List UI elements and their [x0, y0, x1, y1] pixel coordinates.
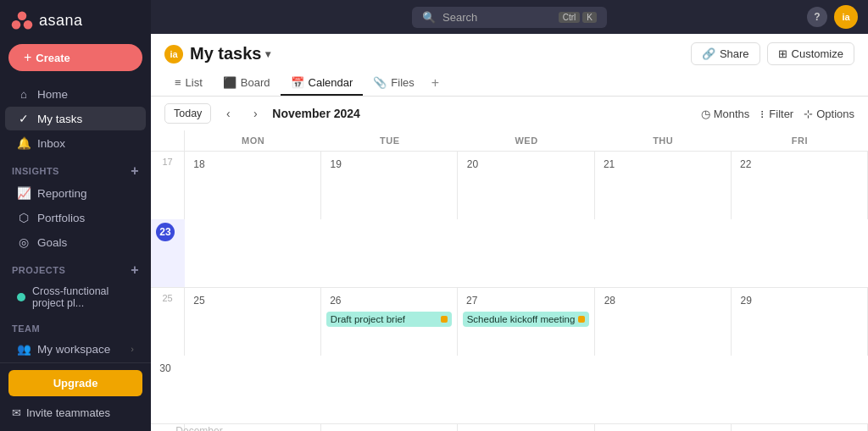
help-icon: ?: [814, 11, 820, 23]
tab-files[interactable]: 📎 Files: [363, 71, 424, 96]
home-icon: ⌂: [17, 87, 31, 101]
day-23: 23: [156, 223, 175, 241]
cal-cell-dec5[interactable]: 5: [595, 424, 732, 431]
day-29: 29: [737, 291, 755, 310]
global-search[interactable]: 🔍 Search Ctrl K: [412, 7, 607, 28]
page-title: My tasks ▾: [190, 44, 270, 64]
next-month-button[interactable]: ›: [245, 103, 265, 124]
tab-calendar[interactable]: 📅 Calendar: [281, 71, 364, 96]
cal-cell-27[interactable]: 27 Schedule kickoff meeting: [458, 288, 596, 356]
day-dec5: 5: [600, 428, 619, 431]
cal-cell-22[interactable]: 22: [732, 152, 868, 219]
day-dec4: 4: [463, 428, 481, 431]
task-draft-project-brief[interactable]: Draft project brief: [326, 312, 452, 327]
search-icon: 🔍: [422, 11, 436, 24]
insights-add-button[interactable]: +: [131, 164, 139, 178]
invite-teammates-button[interactable]: ✉ Invite teammates: [8, 401, 142, 424]
folder-icon: ⬡: [17, 211, 31, 224]
prev-month-button[interactable]: ‹: [218, 103, 238, 124]
bell-icon: 🔔: [17, 136, 31, 150]
cal-row-3: 1 December 2 3 4 5 6 7: [151, 424, 868, 431]
tab-list[interactable]: ≡ List: [164, 71, 213, 96]
sidebar-item-inbox[interactable]: 🔔 Inbox: [5, 131, 146, 155]
projects-add-button[interactable]: +: [131, 263, 139, 277]
tab-board[interactable]: ⬛ Board: [213, 71, 281, 96]
customize-button[interactable]: ⊞ Customize: [767, 42, 854, 65]
week-num-header: [151, 130, 185, 151]
create-button[interactable]: + Create: [8, 44, 142, 71]
cal-cell-21[interactable]: 21: [595, 152, 732, 219]
day-21: 21: [600, 155, 619, 174]
cal-cell-26[interactable]: 26 Draft project brief: [321, 288, 458, 356]
cal-row-1: 17 18 19 20 21 22 23: [151, 152, 868, 288]
day-header-fri: FRI: [732, 130, 868, 151]
calendar-body: 17 18 19 20 21 22 23: [151, 152, 868, 431]
kbd-ctrl: Ctrl: [559, 12, 581, 23]
title-chevron-icon[interactable]: ▾: [265, 48, 270, 60]
help-button[interactable]: ?: [807, 7, 827, 27]
cal-cell-dec3[interactable]: 3: [321, 424, 458, 431]
month-label: November 2024: [272, 107, 360, 120]
share-button[interactable]: 🔗 Share: [691, 42, 760, 65]
sidebar-item-home[interactable]: ⌂ Home: [5, 82, 146, 106]
check-circle-icon: ✓: [17, 112, 31, 125]
sidebar-item-goals[interactable]: ◎ Goals: [5, 230, 146, 254]
sidebar-item-portfolios[interactable]: ⬡ Portfolios: [5, 206, 146, 229]
filter-icon: ⫶: [760, 108, 765, 120]
upgrade-button[interactable]: Upgrade: [8, 370, 142, 396]
team-section: Team: [0, 315, 151, 336]
day-dec3: 3: [326, 428, 345, 431]
svg-point-0: [18, 12, 27, 21]
people-icon: 👥: [17, 342, 31, 356]
target-icon: ◎: [17, 235, 31, 249]
options-button[interactable]: ⊹ Options: [804, 108, 854, 120]
cal-cell-18[interactable]: 18: [185, 152, 321, 219]
task-schedule-kickoff[interactable]: Schedule kickoff meeting: [463, 312, 590, 327]
user-avatar[interactable]: ia: [834, 5, 858, 29]
cal-cell-20[interactable]: 20: [458, 152, 594, 219]
cal-cell-25[interactable]: 25: [185, 288, 321, 356]
files-icon: 📎: [373, 76, 387, 89]
calendar-grid: MON TUE WED THU FRI 17 18 19 20 21: [151, 130, 868, 431]
day-26: 26: [326, 291, 345, 310]
create-button-wrapper[interactable]: + Create: [0, 41, 151, 78]
task-dot-icon: [441, 316, 448, 323]
cal-controls-left: Today ‹ › November 2024: [164, 103, 360, 124]
sidebar-header: asana: [0, 0, 151, 41]
add-tab-button[interactable]: +: [425, 70, 446, 96]
day-18: 18: [190, 155, 209, 174]
options-icon: ⊹: [804, 108, 813, 120]
cal-cell-dec4[interactable]: 4: [458, 424, 594, 431]
sidebar-item-cross-functional[interactable]: Cross-functional project pl...: [5, 280, 146, 314]
user-initials: ia: [842, 12, 849, 22]
today-button[interactable]: Today: [164, 103, 211, 124]
task-dot-icon: [578, 316, 585, 323]
cal-cell-30[interactable]: 30: [151, 356, 185, 423]
filter-button[interactable]: ⫶ Filter: [760, 108, 793, 120]
day-20: 20: [463, 155, 481, 174]
share-icon: 🔗: [702, 47, 715, 60]
main-content: ia My tasks ▾ 🔗 Share ⊞ Customize ≡ List…: [151, 0, 868, 431]
sidebar-item-reporting[interactable]: 📈 Reporting: [5, 181, 146, 205]
calendar-controls: Today ‹ › November 2024 ◷ Months ⫶ Filte…: [151, 97, 868, 130]
day-25: 25: [190, 291, 209, 310]
cal-cell-28[interactable]: 28: [595, 288, 732, 356]
week-num-17: 17: [151, 152, 185, 219]
day-header-wed: WED: [458, 130, 594, 151]
sidebar-item-my-workspace[interactable]: 👥 My workspace ›: [5, 337, 146, 361]
cal-cell-dec2[interactable]: December 2: [185, 424, 321, 431]
tabs: ≡ List ⬛ Board 📅 Calendar 📎 Files +: [151, 65, 868, 97]
cal-cell-23[interactable]: 23: [151, 219, 185, 287]
calendar-icon: 📅: [291, 76, 304, 89]
search-placeholder: Search: [442, 11, 552, 24]
svg-point-2: [24, 20, 33, 30]
sidebar-item-my-tasks[interactable]: ✓ My tasks: [5, 107, 146, 130]
cal-cell-dec6[interactable]: 6: [732, 424, 868, 431]
day-dec6: 6: [737, 428, 755, 431]
sidebar: asana + Create ⌂ Home ✓ My tasks 🔔 Inbox…: [0, 0, 151, 431]
months-view-button[interactable]: ◷ Months: [701, 108, 750, 120]
topbar-left: ia My tasks ▾: [164, 44, 270, 64]
search-shortcuts: Ctrl K: [559, 12, 597, 23]
cal-cell-19[interactable]: 19: [321, 152, 458, 219]
cal-cell-29[interactable]: 29: [732, 288, 868, 356]
